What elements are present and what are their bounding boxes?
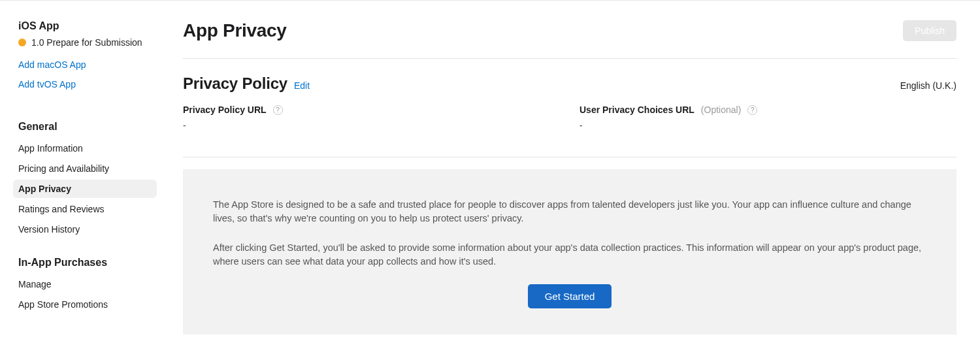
- privacy-choices-url-value: -: [580, 120, 956, 131]
- sidebar-item-label: App Privacy: [18, 184, 71, 194]
- sidebar-item-label: Version History: [18, 224, 80, 235]
- add-macos-app-link[interactable]: Add macOS App: [18, 59, 170, 70]
- status-text: 1.0 Prepare for Submission: [31, 37, 142, 48]
- privacy-policy-section-title: Privacy Policy: [183, 74, 287, 93]
- edit-privacy-policy-link[interactable]: Edit: [294, 80, 310, 91]
- optional-hint: (Optional): [701, 105, 741, 115]
- privacy-choices-url-field: User Privacy Choices URL (Optional) ? -: [580, 105, 956, 131]
- sidebar-item-label: Pricing and Availability: [18, 163, 109, 174]
- sidebar-item-pricing[interactable]: Pricing and Availability: [13, 159, 157, 178]
- privacy-choices-url-label: User Privacy Choices URL: [580, 105, 694, 115]
- sidebar-item-label: App Information: [18, 143, 83, 154]
- help-icon[interactable]: ?: [747, 105, 757, 115]
- status-dot-icon: [18, 39, 26, 46]
- sidebar-item-label: Manage: [18, 279, 52, 289]
- publish-button[interactable]: Publish: [903, 20, 956, 41]
- sidebar-group-general: App Information Pricing and Availability…: [13, 139, 170, 238]
- add-tvos-app-link[interactable]: Add tvOS App: [18, 79, 170, 90]
- sidebar-item-manage[interactable]: Manage: [13, 275, 157, 293]
- page-title: App Privacy: [183, 20, 287, 41]
- info-paragraph-2: After clicking Get Started, you'll be as…: [213, 241, 926, 269]
- sidebar-item-label: Ratings and Reviews: [18, 204, 105, 214]
- get-started-button[interactable]: Get Started: [528, 284, 612, 308]
- divider: [183, 58, 956, 59]
- get-started-panel: The App Store is designed to be a safe a…: [183, 169, 956, 335]
- locale-indicator[interactable]: English (U.K.): [900, 80, 956, 91]
- sidebar-item-label: App Store Promotions: [18, 299, 108, 310]
- sidebar-item-promotions[interactable]: App Store Promotions: [13, 295, 157, 314]
- sidebar-group-iap: Manage App Store Promotions: [13, 275, 170, 314]
- privacy-policy-url-label: Privacy Policy URL: [183, 105, 267, 115]
- sidebar-item-ratings[interactable]: Ratings and Reviews: [13, 200, 157, 218]
- sidebar-version-status[interactable]: 1.0 Prepare for Submission: [18, 37, 170, 48]
- help-icon[interactable]: ?: [273, 105, 283, 115]
- sidebar: iOS App 1.0 Prepare for Submission Add m…: [0, 1, 170, 359]
- sidebar-item-app-privacy[interactable]: App Privacy: [13, 180, 157, 198]
- privacy-policy-url-field: Privacy Policy URL ? -: [183, 105, 560, 131]
- sidebar-item-app-information[interactable]: App Information: [13, 139, 157, 157]
- info-paragraph-1: The App Store is designed to be a safe a…: [213, 198, 926, 225]
- sidebar-item-version-history[interactable]: Version History: [13, 220, 157, 238]
- divider: [183, 157, 956, 157]
- sidebar-group-general-title: General: [18, 121, 170, 133]
- sidebar-group-iap-title: In-App Purchases: [18, 257, 170, 269]
- sidebar-app-platform: iOS App: [18, 20, 170, 32]
- main-content: App Privacy Publish Privacy Policy Edit …: [170, 1, 980, 359]
- privacy-policy-url-value: -: [183, 120, 560, 131]
